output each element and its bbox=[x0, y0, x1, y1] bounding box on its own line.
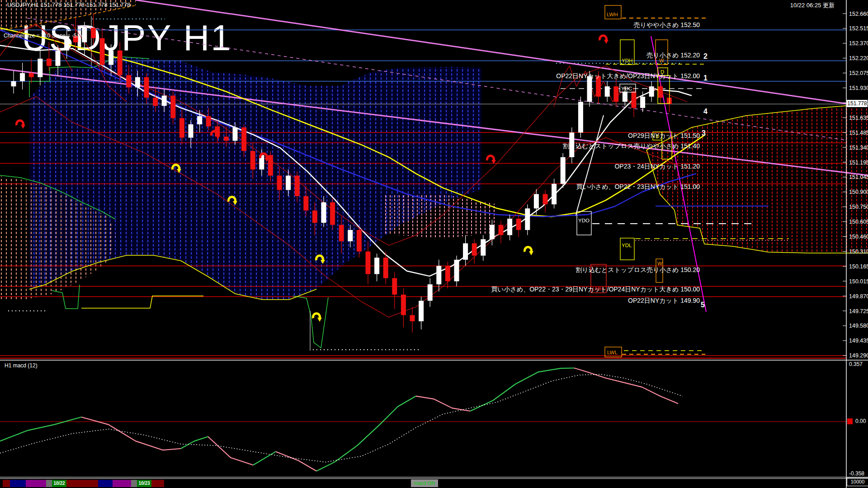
axis-label: 149.580 bbox=[849, 323, 868, 329]
candle-up bbox=[534, 194, 539, 209]
candle-down bbox=[410, 315, 415, 321]
macd-line-falling bbox=[276, 451, 316, 471]
candle-down bbox=[330, 202, 335, 225]
candle-down bbox=[29, 73, 34, 77]
candle-down bbox=[312, 211, 317, 223]
candle-up bbox=[419, 301, 424, 321]
time-axis-segment bbox=[3, 480, 10, 487]
candle-up bbox=[605, 86, 610, 97]
candle-down bbox=[472, 243, 477, 255]
axis-label: 152.075 bbox=[849, 70, 868, 76]
label-text-YDL: YDL bbox=[622, 243, 632, 248]
macd-zero-marker bbox=[847, 418, 853, 424]
chart-annotation: 買い小さめ、OP22・23・29日NYカット/OP24日NYカット大きめ 150… bbox=[491, 286, 700, 293]
uturn-arrow-icon bbox=[600, 36, 609, 44]
macd-toggle-button[interactable]: macd ON bbox=[411, 479, 438, 487]
candle-down bbox=[118, 51, 123, 75]
label-text-LWH: LWH bbox=[607, 12, 618, 17]
ohlc-title: USDJPY,H1 151.778 151.778 151.778 151.77… bbox=[7, 1, 130, 8]
ichimoku-clouds bbox=[0, 0, 868, 300]
candle-down bbox=[144, 77, 149, 98]
axis-label: 150.165 bbox=[849, 263, 868, 270]
axis-label: 152.220 bbox=[849, 55, 868, 61]
candle-down bbox=[445, 266, 450, 281]
candle-up bbox=[108, 51, 113, 65]
count-label-2: 2 bbox=[703, 52, 708, 60]
channel-info-text: Channel size = 710 Slope = -5.24 bbox=[4, 33, 84, 39]
candle-down bbox=[224, 136, 229, 141]
macd-line-falling bbox=[208, 436, 253, 465]
chart-annotation: OP29日NYカット 151.50 bbox=[628, 132, 700, 139]
candle-up bbox=[197, 116, 202, 124]
macd-line-rising bbox=[0, 417, 81, 441]
axis-label: 150.900 bbox=[849, 189, 868, 195]
chart-annotation: OP23・24日NYカット 151.20 bbox=[614, 163, 700, 170]
uturn-arc bbox=[487, 156, 494, 160]
candle-down bbox=[366, 252, 371, 274]
label-box-YDL bbox=[620, 238, 634, 260]
axis-label: 151.340 bbox=[849, 145, 868, 151]
candle-up bbox=[428, 284, 433, 300]
time-axis-date: 10/22 bbox=[52, 480, 66, 487]
candle-up bbox=[233, 127, 238, 141]
candle-up bbox=[587, 76, 592, 102]
candle-up bbox=[623, 92, 627, 102]
time-axis-segment bbox=[113, 480, 131, 487]
candle-down bbox=[179, 118, 184, 138]
candle-down bbox=[100, 38, 105, 65]
chart-annotation: OP22日NYカット大きめ/OP23日NYカット 152.00 bbox=[556, 72, 700, 80]
candle-up bbox=[463, 243, 468, 259]
candle-down bbox=[401, 295, 406, 315]
candle-down bbox=[383, 258, 388, 278]
candle-up bbox=[374, 258, 379, 274]
time-axis: 10/2210/23 bbox=[0, 480, 164, 487]
axis-label: 150.460 bbox=[849, 234, 868, 240]
candle-up bbox=[11, 81, 16, 86]
uturn-arrow-icon bbox=[525, 247, 534, 255]
price-chart[interactable]: LWHYDHWDYDCDYDOYDLWLMHLWL売りやや小さめ 152.50売… bbox=[0, 0, 868, 488]
uturn-arc bbox=[525, 247, 532, 252]
axis-label: 149.290 bbox=[849, 352, 868, 359]
candle-down bbox=[126, 75, 131, 87]
macd-line-rising bbox=[470, 368, 574, 411]
macd-line-rising bbox=[181, 436, 208, 449]
candle-up bbox=[454, 260, 459, 282]
candle-up bbox=[525, 208, 530, 230]
count-label-3: 3 bbox=[702, 129, 706, 137]
macd-indicator bbox=[0, 368, 846, 471]
label-text-YDC: YDC bbox=[621, 86, 632, 91]
count-label-1: 1 bbox=[703, 74, 708, 82]
axis-label: 149.435 bbox=[849, 338, 868, 344]
candle-down bbox=[277, 176, 282, 190]
candle-down bbox=[206, 116, 211, 127]
candle-up bbox=[321, 202, 326, 223]
axis-label: 150.750 bbox=[849, 204, 868, 210]
candle-down bbox=[295, 176, 300, 196]
uturn-head bbox=[317, 318, 322, 322]
candle-down bbox=[170, 96, 175, 118]
candle-down bbox=[632, 92, 637, 108]
candle-up bbox=[20, 73, 25, 81]
candle-up bbox=[640, 97, 645, 108]
chart-annotation: OP22日NYカット 149.90 bbox=[628, 297, 700, 304]
candle-up bbox=[552, 184, 557, 204]
macd-axis-min: -0.358 bbox=[849, 470, 864, 477]
candle-up bbox=[56, 51, 61, 66]
macd-panel-label: H1 macd (12) bbox=[5, 362, 38, 369]
uturn-arrow-icon bbox=[313, 314, 322, 322]
count-label-5: 5 bbox=[701, 301, 705, 309]
axis-label: 150.310 bbox=[849, 249, 868, 255]
candle-up bbox=[561, 157, 566, 184]
candle-up bbox=[38, 59, 42, 77]
candle-down bbox=[658, 86, 663, 98]
chart-annotation: 割り込むとストップロス売りやや小さめ 151.40 bbox=[563, 142, 700, 150]
updated-timestamp: 10/22 06:25 更新 bbox=[727, 1, 835, 9]
macd-line-rising bbox=[253, 451, 276, 465]
label-text-YDO: YDO bbox=[578, 218, 590, 223]
kumo-green-4 bbox=[293, 296, 328, 348]
candle-down bbox=[268, 155, 273, 175]
axis-label: 152.660 bbox=[849, 11, 868, 17]
uturn-arc bbox=[16, 121, 23, 125]
chart-annotation: 売り小さめ 152.20 bbox=[646, 52, 700, 59]
macd-line-rising bbox=[316, 396, 416, 471]
